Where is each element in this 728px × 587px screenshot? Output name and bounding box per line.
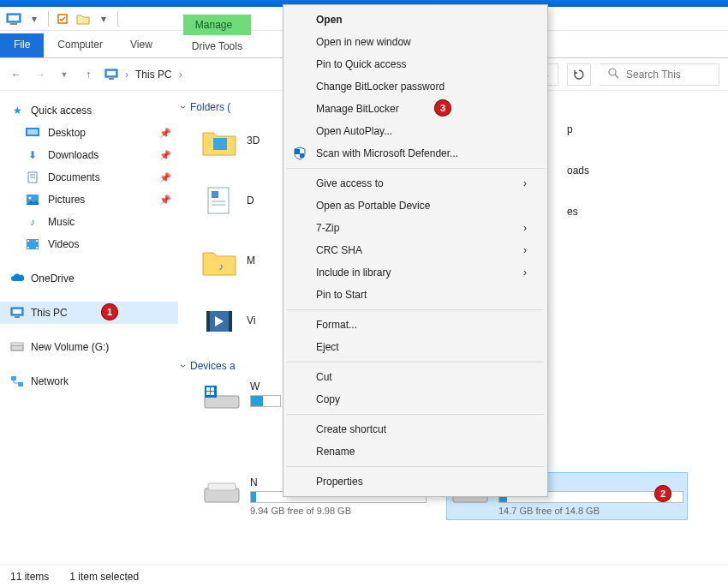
sidebar-item-videos[interactable]: Videos [0, 233, 178, 255]
sidebar-item-new-volume[interactable]: New Volume (G:) [0, 336, 178, 358]
chevron-down-icon[interactable]: ▾ [26, 10, 43, 27]
menu-item[interactable]: Open [285, 9, 546, 31]
tab-view[interactable]: View [116, 33, 166, 57]
folder-tile[interactable]: Vi [199, 298, 276, 343]
menu-item[interactable]: Cut [285, 366, 546, 388]
menu-item-label: Pin to Start [316, 289, 367, 301]
storage-bar [250, 395, 281, 407]
sidebar-item-network[interactable]: Network [0, 370, 178, 392]
menu-item[interactable]: Pin to Start [285, 284, 546, 306]
recent-locations-button[interactable]: ▼ [57, 67, 72, 82]
svg-rect-49 [300, 153, 304, 158]
svg-rect-26 [11, 376, 16, 380]
menu-item[interactable]: Create shortcut [285, 418, 546, 440]
sidebar-item-pictures[interactable]: Pictures 📌 [0, 189, 178, 211]
sidebar-group-quick-access[interactable]: ★ Quick access [0, 99, 178, 122]
svg-point-7 [609, 69, 616, 75]
menu-item[interactable]: CRC SHA› [285, 239, 546, 261]
menu-item[interactable]: Include in library› [285, 261, 546, 284]
folder-tile[interactable]: ♪ M [199, 238, 276, 283]
menu-item[interactable]: 7-Zip› [285, 217, 546, 239]
menu-item[interactable]: Open AutoPlay... [285, 120, 546, 142]
new-folder-icon[interactable] [75, 10, 92, 27]
drive-tile[interactable]: W [199, 377, 284, 415]
sidebar-item-label: Pictures [48, 194, 85, 206]
sidebar-label: Network [31, 375, 69, 387]
folder-label-partial[interactable]: p [567, 123, 589, 135]
drive-label: W [250, 380, 281, 392]
menu-item[interactable]: Change BitLocker password [285, 75, 546, 98]
menu-item[interactable]: Rename [285, 440, 546, 463]
sidebar-item-documents[interactable]: Documents 📌 [0, 166, 178, 189]
menu-item[interactable]: Format... [285, 314, 546, 336]
svg-line-8 [615, 75, 618, 78]
search-box[interactable] [600, 63, 719, 86]
menu-item[interactable]: Copy [285, 388, 546, 410]
menu-item-label: 7-Zip [316, 222, 339, 234]
menu-item-label: Open in new window [316, 36, 411, 48]
status-item-count: 11 items [10, 571, 49, 583]
sidebar-item-music[interactable]: ♪ Music [0, 211, 178, 233]
svg-rect-40 [206, 387, 210, 391]
sidebar-item-downloads[interactable]: ⬇ Downloads 📌 [0, 144, 178, 166]
svg-rect-23 [15, 316, 20, 318]
svg-rect-48 [295, 149, 300, 154]
menu-item[interactable]: Give access to› [285, 172, 546, 195]
folder-tile[interactable]: 3D [199, 118, 276, 163]
tab-drive-tools[interactable]: Drive Tools [183, 35, 251, 57]
svg-rect-28 [213, 138, 227, 150]
folder-label-partial[interactable]: oads [567, 165, 589, 177]
menu-item[interactable]: Manage BitLocker3 [285, 98, 546, 120]
menu-item[interactable]: Pin to Quick access [285, 53, 546, 75]
forward-button[interactable]: → [33, 67, 48, 82]
menu-item[interactable]: Open in new window [285, 31, 546, 53]
svg-rect-42 [206, 392, 210, 395]
menu-item[interactable]: Properties [285, 470, 546, 493]
menu-item-label: CRC SHA [316, 244, 362, 256]
submenu-arrow-icon: › [523, 244, 527, 256]
chevron-down-icon[interactable]: ▾ [95, 10, 112, 27]
chevron-right-icon[interactable]: › [179, 69, 182, 81]
context-menu: OpenOpen in new windowPin to Quick acces… [283, 4, 548, 497]
music-icon: ♪ [26, 215, 39, 229]
svg-rect-36 [229, 311, 232, 332]
pin-icon: 📌 [159, 128, 171, 139]
documents-icon [26, 171, 39, 184]
menu-item-label: Manage BitLocker [316, 103, 399, 115]
sidebar-item-this-pc[interactable]: This PC 1 [0, 302, 178, 324]
tab-computer[interactable]: Computer [44, 33, 116, 57]
properties-icon[interactable] [54, 10, 71, 27]
sidebar-item-label: Videos [48, 238, 79, 250]
folder-label-partial[interactable]: es [567, 206, 589, 218]
svg-rect-10 [27, 129, 38, 135]
folder-tile[interactable]: D [199, 178, 276, 223]
videos-icon [26, 237, 39, 251]
menu-item-label: Open as Portable Device [316, 200, 430, 212]
submenu-arrow-icon: › [523, 177, 527, 189]
chevron-right-icon[interactable]: › [125, 69, 128, 81]
music-folder-icon: ♪ [200, 242, 238, 279]
status-selected-count: 1 item selected [69, 571, 139, 583]
drive-icon [10, 340, 24, 354]
folder-label: M [247, 255, 255, 267]
folder-label: Vi [247, 314, 255, 326]
up-button[interactable]: ↑ [81, 67, 96, 82]
back-button[interactable]: ← [9, 67, 24, 82]
tab-file[interactable]: File [0, 33, 44, 57]
navigation-pane: ★ Quick access Desktop 📌 ⬇ Downloads 📌 D… [0, 91, 178, 565]
menu-item[interactable]: Eject [285, 336, 546, 358]
sidebar-item-onedrive[interactable]: OneDrive [0, 267, 178, 290]
chevron-down-icon: › [178, 105, 189, 109]
breadcrumb-this-pc[interactable]: This PC [135, 69, 172, 81]
refresh-button[interactable] [567, 63, 591, 86]
search-input[interactable] [626, 69, 710, 81]
svg-rect-30 [212, 191, 218, 198]
menu-item[interactable]: Open as Portable Device [285, 195, 546, 217]
sidebar-item-desktop[interactable]: Desktop 📌 [0, 122, 178, 144]
search-icon [608, 68, 619, 81]
address-bar[interactable]: › This PC › [104, 68, 182, 81]
menu-item-label: Eject [316, 341, 339, 353]
svg-point-15 [29, 197, 32, 200]
menu-item[interactable]: Scan with Microsoft Defender... [285, 142, 546, 165]
pictures-icon [26, 193, 39, 207]
